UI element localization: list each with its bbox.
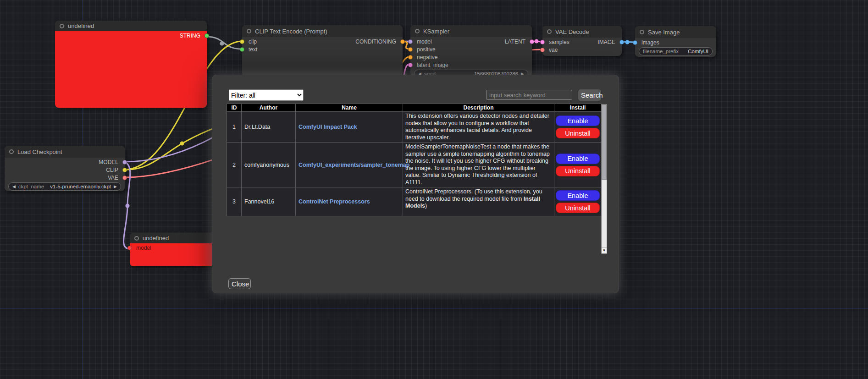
extension-author: Dr.Lt.Data: [242, 112, 296, 143]
extension-id: 2: [227, 143, 242, 187]
node-ksampler[interactable]: KSampler model LATENT positive negative …: [410, 25, 532, 77]
node-undefined-string[interactable]: undefined STRING: [55, 21, 207, 108]
output-port-conditioning[interactable]: [400, 39, 405, 44]
graph-canvas[interactable]: undefined STRING CLIP Text Encode (Promp…: [0, 0, 868, 379]
input-port-images[interactable]: [633, 40, 637, 45]
wire-midpoint-dot: [625, 40, 630, 44]
filter-select[interactable]: Filter: all: [229, 89, 304, 101]
node-title-bar[interactable]: Load Checkpoint: [5, 146, 125, 158]
column-header-name: Name: [296, 104, 403, 112]
enable-button[interactable]: Enable: [556, 115, 600, 126]
input-label: vae: [549, 47, 558, 53]
input-port-samples[interactable]: [540, 40, 545, 44]
output-port-model[interactable]: [122, 160, 127, 165]
node-title: Save Image: [648, 29, 680, 36]
column-header-description: Description: [403, 104, 554, 112]
input-label: latent_image: [417, 62, 448, 68]
column-header-install: Install: [554, 104, 602, 112]
input-port-latent-image[interactable]: [408, 63, 413, 67]
input-port-clip[interactable]: [240, 39, 244, 44]
collapse-dot-icon[interactable]: [134, 236, 139, 241]
node-title: CLIP Text Encode (Prompt): [255, 28, 327, 35]
extension-id: 1: [227, 112, 242, 143]
output-port-image[interactable]: [619, 40, 624, 44]
node-clip-text-encode[interactable]: CLIP Text Encode (Prompt) clip CONDITION…: [242, 25, 403, 77]
widget-label: ckpt_name: [18, 184, 44, 189]
extension-row: 3 Fannovel16 ControlNet Preprocessors Co…: [227, 187, 602, 216]
table-scrollbar[interactable]: ▼: [601, 104, 607, 254]
extension-description: ControlNet Preprocessors. (To use this e…: [403, 187, 554, 216]
collapse-dot-icon[interactable]: [247, 29, 251, 33]
previous-arrow-icon[interactable]: ◀: [12, 185, 16, 189]
extension-manager-dialog: Filter: all Search ID Author Name Descri…: [212, 75, 619, 293]
extension-description: This extension offers various detector n…: [403, 112, 554, 143]
output-label: VAE: [108, 175, 118, 181]
input-port-model[interactable]: [408, 39, 413, 44]
table-header-row: ID Author Name Description Install: [227, 104, 602, 112]
node-undefined-tonemap[interactable]: undefined model: [130, 233, 215, 266]
node-title: VAE Decode: [555, 28, 589, 35]
input-label: positive: [417, 46, 436, 53]
uninstall-button[interactable]: Uninstall: [556, 203, 600, 213]
search-input[interactable]: [486, 90, 572, 100]
scrollbar-thumb[interactable]: [602, 104, 607, 180]
node-load-checkpoint[interactable]: Load Checkpoint MODEL CLIP VAE ◀ ckpt_na…: [5, 146, 125, 191]
next-arrow-icon[interactable]: ▶: [114, 185, 117, 189]
extension-row: 2 comfyanonymous ComfyUI_experiments/sam…: [227, 143, 602, 187]
column-header-id: ID: [227, 104, 242, 112]
search-button[interactable]: Search: [578, 89, 602, 101]
collapse-dot-icon[interactable]: [547, 29, 552, 34]
wire-string-to-text: [206, 37, 242, 49]
widget-value: v1-5-pruned-emaonly.ckpt: [50, 184, 111, 189]
ckpt-name-widget[interactable]: ◀ ckpt_name v1-5-pruned-emaonly.ckpt ▶: [8, 182, 121, 191]
input-label: samples: [549, 39, 569, 45]
node-title: Load Checkpoint: [17, 148, 62, 155]
wire-midpoint-dot: [126, 204, 130, 208]
uninstall-button[interactable]: Uninstall: [556, 128, 600, 138]
extension-author: comfyanonymous: [242, 143, 296, 187]
input-port-negative[interactable]: [408, 55, 413, 60]
output-label: IMAGE: [597, 39, 615, 45]
node-title-bar[interactable]: KSampler: [410, 25, 532, 37]
close-button[interactable]: Close: [228, 278, 251, 289]
input-port-model[interactable]: [127, 246, 132, 250]
node-title: undefined: [143, 235, 169, 242]
extension-link[interactable]: ComfyUI_experiments/sampler_tonemap: [299, 162, 409, 168]
extension-link[interactable]: ComfyUI Impact Pack: [299, 124, 357, 130]
node-title-bar[interactable]: CLIP Text Encode (Prompt): [242, 25, 403, 37]
node-title-bar[interactable]: undefined: [130, 233, 215, 243]
input-port-positive[interactable]: [408, 47, 413, 52]
enable-button[interactable]: Enable: [556, 154, 600, 164]
node-save-image[interactable]: Save Image images filename_prefix ComfyU…: [635, 26, 716, 57]
column-header-author: Author: [242, 104, 296, 112]
output-port-vae[interactable]: [122, 176, 127, 180]
input-label: images: [641, 39, 659, 46]
enable-button[interactable]: Enable: [556, 190, 600, 201]
extension-table: ID Author Name Description Install 1 Dr.…: [227, 104, 601, 216]
output-port-string[interactable]: [205, 33, 209, 38]
collapse-dot-icon[interactable]: [640, 30, 644, 34]
filename-prefix-widget[interactable]: filename_prefix ComfyUI: [639, 47, 713, 55]
node-title-bar[interactable]: Save Image: [635, 26, 716, 38]
input-port-text[interactable]: [240, 47, 244, 52]
scrollbar-down-button[interactable]: ▼: [602, 247, 607, 253]
output-port-latent[interactable]: [530, 39, 534, 44]
output-label: STRING: [180, 33, 200, 39]
collapse-dot-icon[interactable]: [9, 149, 14, 154]
output-label: CONDITIONING: [355, 38, 396, 45]
output-port-clip[interactable]: [122, 168, 127, 172]
input-port-vae[interactable]: [540, 48, 545, 52]
uninstall-button[interactable]: Uninstall: [556, 166, 600, 176]
collapse-dot-icon[interactable]: [415, 29, 420, 33]
extension-row: 1 Dr.Lt.Data ComfyUI Impact Pack This ex…: [227, 112, 602, 143]
extension-link[interactable]: ControlNet Preprocessors: [299, 198, 370, 205]
node-title: undefined: [68, 22, 94, 29]
node-title-bar[interactable]: undefined: [55, 21, 207, 31]
node-vae-decode[interactable]: VAE Decode samples IMAGE vae: [542, 26, 622, 56]
collapse-dot-icon[interactable]: [60, 24, 64, 28]
node-title-bar[interactable]: VAE Decode: [542, 26, 622, 38]
input-label: model: [136, 245, 151, 251]
output-label: LATENT: [505, 38, 525, 45]
extension-author: Fannovel16: [242, 187, 296, 216]
output-label: CLIP: [106, 167, 118, 173]
